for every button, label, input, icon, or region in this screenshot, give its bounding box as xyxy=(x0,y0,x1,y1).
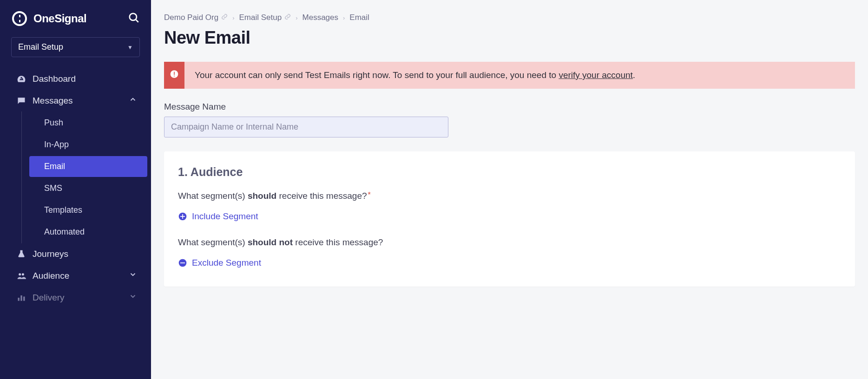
include-q-bold: should xyxy=(248,191,276,201)
include-q-post: receive this message? xyxy=(276,191,367,201)
link-icon xyxy=(284,13,291,22)
chat-icon xyxy=(17,96,26,105)
page-title: New Email xyxy=(164,28,855,48)
caret-down-icon: ▼ xyxy=(127,44,133,51)
alert-banner: Your account can only send Test Emails r… xyxy=(164,62,855,89)
alert-text: Your account can only send Test Emails r… xyxy=(195,70,559,80)
verify-account-link[interactable]: verify your account xyxy=(559,70,632,80)
message-name-input[interactable] xyxy=(164,117,448,137)
svg-rect-17 xyxy=(180,262,185,263)
include-q-pre: What segment(s) xyxy=(178,191,248,201)
nav-dashboard-label: Dashboard xyxy=(33,74,76,84)
primary-nav: Dashboard Messages Push In-App Email SMS… xyxy=(0,68,151,308)
include-question: What segment(s) should receive this mess… xyxy=(178,191,841,201)
flask-icon xyxy=(17,249,26,259)
svg-rect-15 xyxy=(180,216,185,217)
svg-point-6 xyxy=(22,273,24,275)
svg-line-4 xyxy=(136,20,138,22)
chevron-down-icon xyxy=(129,292,137,303)
audience-heading: 1. Audience xyxy=(178,165,841,179)
chevron-right-icon: › xyxy=(296,14,297,21)
nav-delivery[interactable]: Delivery xyxy=(0,287,151,308)
exclude-q-bold: should not xyxy=(248,237,293,247)
crumb-org-label: Demo Paid Org xyxy=(164,13,218,22)
main-content: Demo Paid Org › Email Setup › Messages ›… xyxy=(151,0,868,379)
plus-circle-icon xyxy=(178,212,187,221)
nav-journeys-label: Journeys xyxy=(33,249,68,259)
crumb-email: Email xyxy=(349,13,369,22)
nav-journeys[interactable]: Journeys xyxy=(0,243,151,265)
nav-templates[interactable]: Templates xyxy=(29,200,147,221)
nav-messages-label: Messages xyxy=(33,96,73,106)
chevron-down-icon xyxy=(129,270,137,281)
sidebar: OneSignal Email Setup ▼ Dashboard Messag… xyxy=(0,0,151,379)
brand-row: OneSignal xyxy=(0,10,151,37)
nav-audience[interactable]: Audience xyxy=(0,265,151,287)
svg-point-2 xyxy=(18,17,21,20)
crumb-setup[interactable]: Email Setup xyxy=(239,13,291,22)
app-selector[interactable]: Email Setup ▼ xyxy=(11,37,140,57)
svg-rect-12 xyxy=(174,76,175,77)
nav-delivery-label: Delivery xyxy=(33,293,65,303)
chevron-right-icon: › xyxy=(343,14,345,21)
link-icon xyxy=(221,13,228,22)
brand-name: OneSignal xyxy=(33,12,86,25)
audience-card: 1. Audience What segment(s) should recei… xyxy=(164,151,855,287)
svg-rect-11 xyxy=(174,72,175,75)
exclude-segment-button[interactable]: Exclude Segment xyxy=(178,258,841,268)
include-segment-button[interactable]: Include Segment xyxy=(178,211,841,222)
exclude-segment-label: Exclude Segment xyxy=(192,258,261,268)
breadcrumb: Demo Paid Org › Email Setup › Messages ›… xyxy=(164,13,855,22)
message-name-label: Message Name xyxy=(164,102,855,112)
svg-rect-8 xyxy=(20,295,22,301)
nav-automated[interactable]: Automated xyxy=(29,222,147,242)
crumb-messages[interactable]: Messages xyxy=(302,13,338,22)
crumb-org[interactable]: Demo Paid Org xyxy=(164,13,228,22)
chart-icon xyxy=(17,293,26,302)
brand[interactable]: OneSignal xyxy=(11,10,86,27)
app-selector-label: Email Setup xyxy=(18,42,63,52)
people-icon xyxy=(17,271,26,281)
minus-circle-icon xyxy=(178,258,187,268)
nav-dashboard[interactable]: Dashboard xyxy=(0,68,151,90)
chevron-right-icon: › xyxy=(232,14,234,21)
svg-point-3 xyxy=(130,13,137,20)
exclude-q-pre: What segment(s) xyxy=(178,237,248,247)
alert-tail: . xyxy=(633,70,635,80)
nav-sms[interactable]: SMS xyxy=(29,178,147,199)
alert-icon xyxy=(170,70,179,81)
required-asterisk: * xyxy=(368,191,371,199)
gauge-icon xyxy=(17,74,26,84)
include-segment-label: Include Segment xyxy=(192,211,258,222)
chevron-up-icon xyxy=(129,95,137,106)
nav-audience-label: Audience xyxy=(33,271,69,281)
nav-inapp[interactable]: In-App xyxy=(29,134,147,155)
message-name-field: Message Name xyxy=(164,102,855,137)
nav-messages-sub: Push In-App Email SMS Templates Automate… xyxy=(21,111,151,243)
search-icon[interactable] xyxy=(128,12,140,26)
svg-rect-9 xyxy=(23,296,25,301)
nav-push[interactable]: Push xyxy=(29,112,147,133)
nav-messages[interactable]: Messages xyxy=(0,90,151,111)
onesignal-logo-icon xyxy=(11,10,28,27)
exclude-question: What segment(s) should not receive this … xyxy=(178,237,841,248)
crumb-setup-label: Email Setup xyxy=(239,13,282,22)
nav-email[interactable]: Email xyxy=(29,156,147,177)
svg-point-5 xyxy=(19,273,21,275)
svg-rect-7 xyxy=(18,298,20,301)
exclude-q-post: receive this message? xyxy=(293,237,383,247)
